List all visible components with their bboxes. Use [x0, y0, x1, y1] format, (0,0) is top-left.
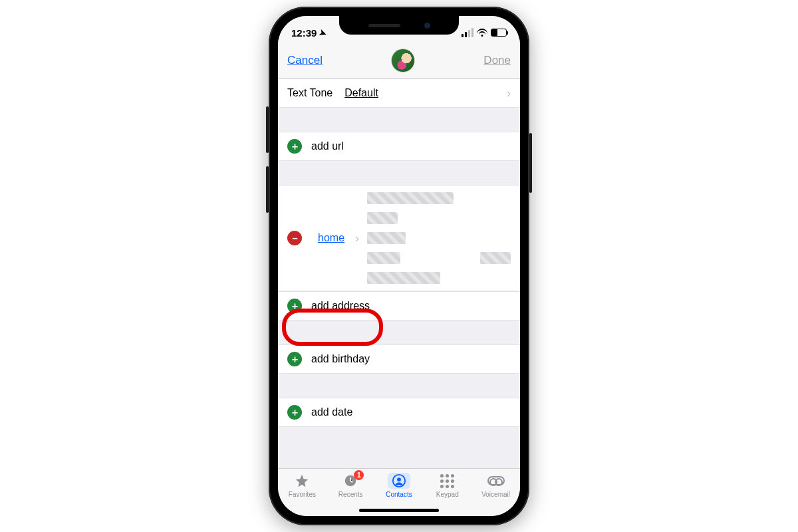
recents-badge: 1: [354, 470, 364, 480]
address-type-label[interactable]: home: [318, 232, 344, 244]
content-scroll[interactable]: Text Tone Default › ＋ add url －: [278, 78, 520, 468]
plus-icon[interactable]: ＋: [287, 139, 302, 154]
address-fields-redacted: [367, 192, 511, 284]
done-button[interactable]: Done: [483, 54, 511, 67]
voicemail-icon: [487, 473, 505, 489]
plus-icon[interactable]: ＋: [287, 405, 302, 420]
status-time: 12:39: [291, 27, 317, 39]
keypad-icon: [438, 473, 457, 489]
contact-avatar[interactable]: [391, 49, 415, 72]
tab-label: Recents: [338, 491, 363, 498]
cancel-button[interactable]: Cancel: [287, 54, 323, 67]
chevron-right-icon: ›: [355, 231, 359, 245]
contact-icon: [388, 473, 410, 489]
notch: [339, 16, 459, 35]
nav-header: Cancel Done: [278, 43, 520, 78]
minus-icon[interactable]: －: [287, 231, 302, 245]
text-tone-label: Text Tone: [287, 87, 332, 99]
location-icon: ➤: [318, 27, 328, 39]
tab-label: Voicemail: [481, 491, 510, 498]
plus-icon[interactable]: ＋: [287, 299, 302, 313]
phone-frame: 12:39 ➤ Cancel Done: [269, 7, 529, 525]
tab-contacts[interactable]: Contacts: [378, 473, 420, 498]
tab-label: Keypad: [436, 491, 459, 498]
add-url-row[interactable]: ＋ add url: [278, 132, 520, 161]
tab-keypad[interactable]: Keypad: [426, 473, 469, 498]
home-indicator[interactable]: [359, 509, 439, 512]
tab-favorites[interactable]: Favorites: [281, 473, 323, 498]
tab-recents[interactable]: 1 Recents: [329, 473, 372, 498]
clock-icon: 1: [341, 473, 360, 489]
wifi-icon: [477, 29, 487, 37]
text-tone-row[interactable]: Text Tone Default ›: [278, 78, 520, 108]
battery-icon: [491, 29, 507, 37]
add-birthday-row[interactable]: ＋ add birthday: [278, 344, 520, 374]
address-home-row[interactable]: － home ›: [278, 185, 520, 291]
tab-voicemail[interactable]: Voicemail: [475, 473, 517, 498]
add-address-row[interactable]: ＋ add address: [278, 291, 520, 321]
screen: 12:39 ➤ Cancel Done: [278, 16, 520, 516]
add-url-label: add url: [311, 140, 344, 152]
add-birthday-label: add birthday: [311, 353, 370, 365]
add-address-label: add address: [311, 300, 370, 312]
text-tone-value: Default: [344, 87, 378, 99]
star-icon: [293, 473, 311, 489]
svg-point-2: [397, 477, 401, 481]
add-date-label: add date: [311, 406, 352, 418]
tab-label: Favorites: [289, 491, 316, 498]
plus-icon[interactable]: ＋: [287, 352, 302, 366]
add-date-row[interactable]: ＋ add date: [278, 398, 520, 427]
cellular-icon: [462, 28, 473, 37]
tab-label: Contacts: [386, 491, 412, 498]
chevron-right-icon: ›: [507, 86, 511, 100]
